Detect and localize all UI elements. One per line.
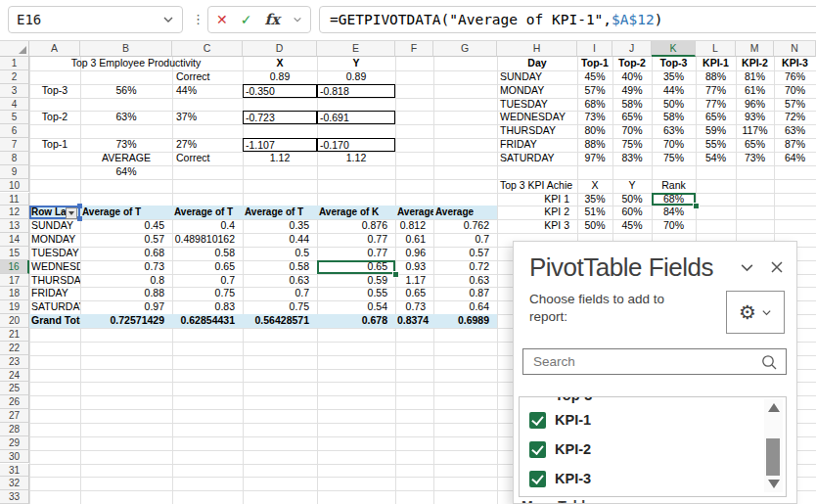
- cell-H1[interactable]: Day: [497, 57, 577, 70]
- cell-D19[interactable]: 0.75: [243, 300, 317, 314]
- cell-E2[interactable]: 0.89: [317, 70, 395, 84]
- checkbox-checked-icon[interactable]: [529, 471, 546, 487]
- cell-C3[interactable]: 44%: [172, 84, 243, 98]
- row-header-31[interactable]: 31: [0, 464, 29, 478]
- cell-I8[interactable]: 97%: [577, 152, 612, 165]
- col-header-B[interactable]: B: [80, 41, 172, 57]
- cell-J11[interactable]: 50%: [612, 193, 652, 206]
- cell-J8[interactable]: 83%: [612, 152, 652, 165]
- cell-E3[interactable]: -0.818: [317, 84, 395, 98]
- scrollbar-thumb[interactable]: [766, 438, 780, 476]
- cell-I7[interactable]: 88%: [577, 138, 612, 152]
- cell-F13[interactable]: 0.812: [395, 219, 433, 233]
- more-tables-link[interactable]: More Tables...: [521, 498, 612, 504]
- pivot-header-C12[interactable]: Average of T: [172, 206, 243, 219]
- cell-M3[interactable]: 61%: [736, 84, 774, 98]
- col-header-N[interactable]: N: [774, 41, 816, 57]
- cell-L8[interactable]: 54%: [696, 152, 736, 165]
- checkbox-checked-icon[interactable]: [529, 412, 546, 429]
- cell-N3[interactable]: 70%: [774, 84, 816, 98]
- cell-C7[interactable]: 27%: [172, 138, 243, 152]
- cell-E1[interactable]: Y: [317, 57, 395, 70]
- cell-B20[interactable]: 0.72571429: [80, 314, 172, 328]
- cell-J7[interactable]: 75%: [612, 138, 652, 152]
- row-header-12[interactable]: 12: [0, 206, 29, 219]
- row-labels-filter-button[interactable]: [66, 207, 77, 219]
- cell-E8[interactable]: 1.12: [317, 152, 395, 165]
- row-header-8[interactable]: 8: [0, 152, 29, 165]
- row-header-15[interactable]: 15: [0, 247, 29, 260]
- cell-K4[interactable]: 50%: [652, 98, 696, 112]
- cell-A3[interactable]: Top-3: [29, 84, 80, 98]
- cell-D8[interactable]: 1.12: [243, 152, 317, 165]
- cell-J2[interactable]: 40%: [612, 70, 652, 84]
- top-table-title[interactable]: Top 3 Employee Productivity: [29, 57, 243, 70]
- cell-B14[interactable]: 0.57: [80, 233, 172, 247]
- cell-F15[interactable]: 0.96: [395, 247, 433, 260]
- cell-E14[interactable]: 0.77: [317, 233, 395, 247]
- cell-E18[interactable]: 0.55: [317, 287, 395, 300]
- cell-B18[interactable]: 0.88: [80, 287, 172, 300]
- cell-J6[interactable]: 70%: [612, 124, 652, 138]
- close-icon[interactable]: [769, 259, 785, 275]
- cell-A17[interactable]: THURSDAY: [29, 274, 80, 288]
- cell-L2[interactable]: 88%: [696, 70, 736, 84]
- cell-H4[interactable]: TUESDAY: [497, 98, 577, 112]
- cell-B7[interactable]: 73%: [80, 138, 172, 152]
- row-header-9[interactable]: 9: [0, 165, 29, 179]
- cell-C18[interactable]: 0.75: [172, 287, 243, 300]
- chevron-down-icon[interactable]: [739, 259, 755, 276]
- row-header-18[interactable]: 18: [0, 287, 29, 300]
- cell-D1[interactable]: X: [243, 57, 317, 70]
- col-header-A[interactable]: A: [29, 41, 80, 57]
- cell-H11[interactable]: KPI 1: [497, 193, 577, 206]
- col-header-F[interactable]: F: [395, 41, 433, 57]
- col-header-D[interactable]: D: [243, 41, 317, 57]
- cell-G13[interactable]: 0.762: [433, 219, 497, 233]
- cell-C5[interactable]: 37%: [172, 111, 243, 124]
- cell-B13[interactable]: 0.45: [80, 219, 172, 233]
- cell-C20[interactable]: 0.62854431: [172, 314, 243, 328]
- cell-G19[interactable]: 0.64: [433, 300, 497, 314]
- row-header-32[interactable]: 32: [0, 477, 29, 490]
- row-header-22[interactable]: 22: [0, 342, 29, 355]
- cell-G15[interactable]: 0.57: [433, 247, 497, 260]
- cell-K3[interactable]: 44%: [652, 84, 696, 98]
- cell-N2[interactable]: 76%: [774, 70, 816, 84]
- row-header-4[interactable]: 4: [0, 98, 29, 112]
- cell-A20[interactable]: Grand Total: [29, 314, 80, 328]
- field-item-kpi-3[interactable]: KPI-3: [520, 466, 754, 491]
- row-header-7[interactable]: 7: [0, 138, 29, 152]
- cell-K10[interactable]: Rank: [652, 179, 696, 193]
- cell-K1[interactable]: Top-3: [652, 57, 696, 70]
- cell-F17[interactable]: 1.17: [395, 274, 433, 288]
- col-header-J[interactable]: J: [612, 41, 652, 57]
- cell-K11[interactable]: 68%: [652, 193, 696, 206]
- col-header-I[interactable]: I: [577, 41, 612, 57]
- cell-E17[interactable]: 0.59: [317, 274, 395, 288]
- cell-I5[interactable]: 73%: [577, 111, 612, 124]
- cell-I13[interactable]: 50%: [577, 219, 612, 233]
- row-header-24[interactable]: 24: [0, 369, 29, 383]
- cell-C15[interactable]: 0.58: [172, 247, 243, 260]
- pivot-header-E12[interactable]: Average of K: [317, 206, 395, 219]
- cell-D18[interactable]: 0.7: [243, 287, 317, 300]
- cell-N4[interactable]: 57%: [774, 98, 816, 112]
- col-header-M[interactable]: M: [736, 41, 774, 57]
- cell-N8[interactable]: 64%: [774, 152, 816, 165]
- cell-J10[interactable]: Y: [612, 179, 652, 193]
- cell-A7[interactable]: Top-1: [29, 138, 80, 152]
- cell-K8[interactable]: 75%: [652, 152, 696, 165]
- cancel-icon[interactable]: ✕: [216, 12, 228, 27]
- cell-K2[interactable]: 35%: [652, 70, 696, 84]
- cell-B19[interactable]: 0.97: [80, 300, 172, 314]
- cell-I6[interactable]: 80%: [577, 124, 612, 138]
- cell-J12[interactable]: 60%: [612, 206, 652, 219]
- cell-B17[interactable]: 0.8: [80, 274, 172, 288]
- row-header-11[interactable]: 11: [0, 193, 29, 206]
- cell-I3[interactable]: 57%: [577, 84, 612, 98]
- field-item-kpi-1[interactable]: KPI-1: [520, 407, 754, 433]
- cell-D17[interactable]: 0.63: [243, 274, 317, 288]
- cell-A5[interactable]: Top-2: [29, 111, 80, 124]
- row-header-16[interactable]: 16: [0, 260, 29, 274]
